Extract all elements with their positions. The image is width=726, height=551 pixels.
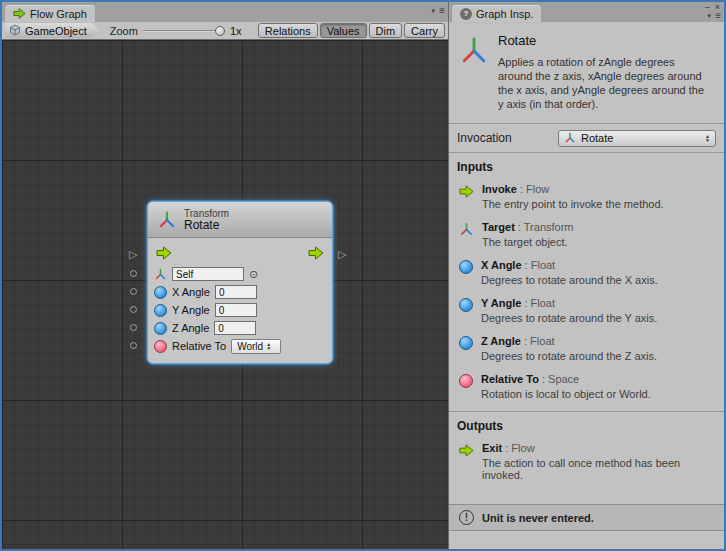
relative-to-dropdown[interactable]: World ▲▼ (231, 339, 281, 354)
relations-button[interactable]: Relations (258, 23, 318, 38)
z-angle-port-icon[interactable] (154, 322, 167, 335)
chevron-down-icon: ▼ (430, 8, 436, 14)
port-name: Relative To (481, 373, 539, 385)
port-y-angle[interactable] (130, 306, 137, 313)
menu-icon: ≡ (439, 6, 445, 16)
flow-machine-window: Flow Graph ▼ ≡ GameObject Zoom 1x Relati… (0, 0, 726, 551)
port-name: X Angle (481, 259, 522, 271)
port-description: The entry point to invoke the method. (482, 198, 664, 210)
updown-arrows-icon: ▲▼ (705, 134, 710, 142)
graph-inspector-pane: ? Graph Insp. – × ▼ ≡ Rotate Applies a r… (448, 2, 724, 549)
exit-flow-arrow-icon[interactable] (308, 245, 324, 261)
port-type: Float (531, 259, 555, 271)
port-description: The action to call once method has been … (482, 457, 716, 481)
carry-button[interactable]: Carry (404, 23, 445, 38)
target-axis-icon (154, 268, 167, 281)
z-angle-input[interactable] (214, 321, 256, 335)
inspector-title: Rotate (498, 33, 710, 48)
bottom-spacer (449, 531, 724, 549)
port-description: Rotation is local to object or World. (481, 388, 651, 400)
object-picker-icon[interactable]: ⊙ (249, 269, 258, 280)
breadcrumb[interactable]: GameObject (5, 23, 100, 38)
port-type: Float (531, 297, 555, 309)
port-description: Degrees to rotate around the Z axis. (481, 350, 657, 362)
flow-graph-icon (13, 7, 26, 20)
warning-strip: ! Unit is never entered. (449, 504, 724, 531)
dim-button-label: Dim (376, 25, 396, 37)
port-name: Z Angle (481, 335, 521, 347)
input-entry-relative-to: Relative To : Space Rotation is local to… (449, 367, 724, 405)
inspector-body: Rotate Applies a rotation of zAngle degr… (449, 22, 724, 549)
zoom-label: Zoom (110, 25, 138, 37)
rotate-node-header[interactable]: Transform Rotate (148, 202, 332, 238)
invocation-dropdown[interactable]: Rotate ▲▼ (558, 130, 716, 147)
relative-to-port-icon[interactable] (154, 340, 167, 353)
float-port-icon (459, 260, 473, 274)
breadcrumb-label: GameObject (25, 25, 87, 37)
invocation-value: Rotate (581, 132, 613, 144)
relative-to-label: Relative To (172, 340, 226, 352)
y-angle-label: Y Angle (172, 304, 210, 316)
flow-graph-pane: Flow Graph ▼ ≡ GameObject Zoom 1x Relati… (2, 2, 448, 549)
transform-axis-icon (459, 222, 474, 237)
port-name: Target (482, 221, 515, 233)
x-angle-label: X Angle (172, 286, 210, 298)
port-name: Invoke (482, 183, 517, 195)
y-angle-input[interactable] (215, 303, 257, 317)
flow-input-port[interactable]: ▷ (129, 248, 137, 261)
input-entry-y-angle: Y Angle : Float Degrees to rotate around… (449, 291, 724, 329)
gameobject-cube-icon (9, 24, 22, 37)
port-relative-to[interactable] (130, 342, 137, 349)
invoke-flow-arrow-icon[interactable] (156, 245, 172, 261)
port-self[interactable] (130, 270, 137, 277)
menu-icon: ≡ (715, 11, 721, 21)
rotate-node[interactable]: Transform Rotate (148, 202, 332, 363)
port-type: Flow (511, 442, 534, 454)
tab-flow-graph-label: Flow Graph (30, 8, 87, 20)
x-angle-port-icon[interactable] (154, 286, 167, 299)
flow-graph-tab-menu[interactable]: ▼ ≡ (430, 6, 445, 16)
rotate-node-body: ⊙ X Angle Y Angle Z Angle (148, 238, 332, 363)
x-angle-input[interactable] (215, 285, 257, 299)
z-angle-label: Z Angle (172, 322, 209, 334)
carry-button-label: Carry (411, 25, 438, 37)
inspector-header: Rotate Applies a rotation of zAngle degr… (449, 22, 724, 123)
port-x-angle[interactable] (130, 288, 137, 295)
graph-canvas[interactable]: ▷ ▷ Transform Rotate (2, 40, 448, 549)
zoom-slider[interactable] (143, 25, 225, 37)
values-button-label: Values (327, 25, 360, 37)
port-type: Space (548, 373, 579, 385)
node-category: Transform (184, 208, 229, 219)
inspector-description: Applies a rotation of zAngle degrees aro… (498, 55, 710, 111)
port-type: Flow (526, 183, 549, 195)
tab-flow-graph[interactable]: Flow Graph (5, 5, 95, 22)
chevron-down-icon: ▼ (706, 13, 712, 19)
input-entry-target: Target : Transform The target object. (449, 215, 724, 253)
port-name: Y Angle (481, 297, 521, 309)
port-description: Degrees to rotate around the Y axis. (481, 312, 657, 324)
tab-graph-inspector[interactable]: ? Graph Insp. (452, 5, 541, 22)
invocation-label: Invocation (457, 131, 512, 145)
port-description: The target object. (482, 236, 574, 248)
tab-graph-inspector-label: Graph Insp. (476, 8, 533, 20)
port-z-angle[interactable] (130, 324, 137, 331)
space-port-icon (459, 374, 473, 388)
flow-graph-toolbar: GameObject Zoom 1x Relations Values Dim … (2, 22, 448, 40)
zoom-slider-thumb[interactable] (215, 26, 225, 36)
input-entry-z-angle: Z Angle : Float Degrees to rotate around… (449, 329, 724, 367)
outputs-section-header: Outputs (449, 412, 724, 436)
values-button[interactable]: Values (320, 23, 367, 38)
flow-arrow-icon (459, 443, 474, 458)
updown-arrows-icon: ▲▼ (266, 342, 271, 350)
dim-button[interactable]: Dim (369, 23, 403, 38)
flow-output-port[interactable]: ▷ (338, 248, 346, 261)
y-angle-port-icon[interactable] (154, 304, 167, 317)
relative-to-value: World (237, 341, 263, 352)
transform-axis-icon (564, 132, 577, 145)
float-port-icon (459, 298, 473, 312)
inspector-tab-menu[interactable]: ▼ ≡ (706, 11, 721, 21)
self-field[interactable] (172, 267, 244, 281)
zoom-slider-track[interactable] (143, 30, 225, 32)
port-type: Transform (524, 221, 574, 233)
transform-axis-icon (459, 36, 489, 66)
